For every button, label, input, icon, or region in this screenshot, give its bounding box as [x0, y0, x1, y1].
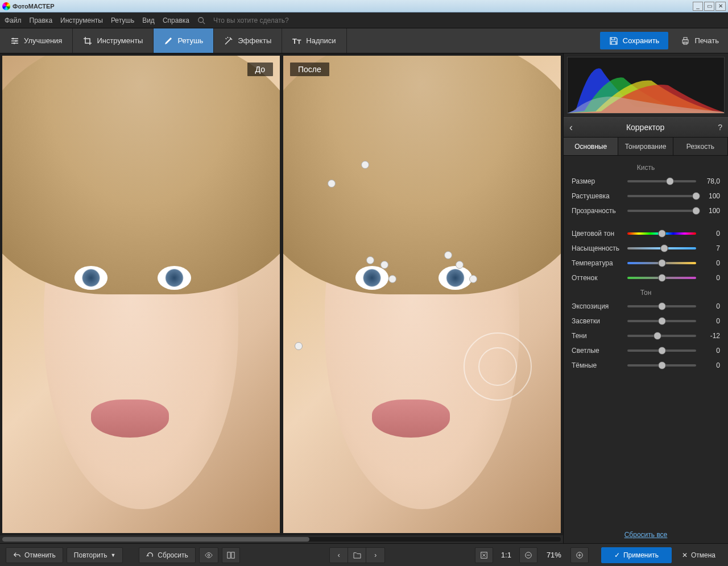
panel-header: ‹ Корректор ?: [564, 117, 728, 138]
tab-retouch[interactable]: Ретушь: [154, 28, 214, 53]
menu-search-input[interactable]: [213, 16, 316, 24]
tab-label: Надписи: [306, 36, 336, 45]
group-title-brush: Кисть: [572, 164, 720, 172]
tab-tools[interactable]: Инструменты: [73, 28, 154, 53]
before-pane[interactable]: До: [2, 56, 280, 533]
menu-retouch[interactable]: Ретушь: [111, 16, 134, 24]
group-title-tone: Тон: [572, 289, 720, 297]
save-icon: [609, 36, 618, 45]
svg-line-1: [203, 22, 205, 24]
compare-toggle-button[interactable]: [222, 547, 240, 563]
tab-effects[interactable]: Эффекты: [214, 28, 282, 53]
subtab-basic[interactable]: Основные: [564, 138, 618, 155]
menu-view[interactable]: Вид: [142, 16, 155, 24]
window-titlebar: ФотоМАСТЕР _ ▭ ✕: [0, 0, 728, 13]
apply-button[interactable]: ✓ Применить: [601, 547, 672, 563]
slider-track[interactable]: [627, 247, 696, 249]
cancel-button[interactable]: ✕ Отмена: [675, 547, 722, 563]
correction-marker[interactable]: [295, 342, 303, 350]
preview-toggle-button[interactable]: [199, 547, 218, 563]
histogram[interactable]: [567, 57, 725, 114]
slider-track[interactable]: [627, 195, 696, 197]
window-close-button[interactable]: ✕: [715, 2, 726, 11]
slider-shadows: Тени-12: [572, 332, 720, 340]
split-icon: [227, 551, 235, 559]
slider-track[interactable]: [627, 335, 696, 337]
tab-label: Эффекты: [238, 36, 271, 45]
check-icon: ✓: [614, 551, 620, 559]
main-toolbar: Улучшения Инструменты Ретушь Эффекты Tᴛ …: [0, 28, 728, 53]
chevron-down-icon: ▼: [110, 552, 115, 558]
panel-subtabs: Основные Тонирование Резкость: [564, 138, 728, 156]
slider-track[interactable]: [627, 305, 696, 307]
slider-track[interactable]: [627, 364, 696, 367]
svg-point-2: [13, 38, 14, 39]
reset-all-link[interactable]: Сбросить все: [624, 531, 668, 539]
panel-help-button[interactable]: ?: [718, 123, 722, 132]
before-label: До: [247, 63, 273, 76]
slider-track[interactable]: [627, 210, 696, 212]
slider-tint: Оттенок0: [572, 274, 720, 282]
slider-size: Размер78,0: [572, 177, 720, 185]
print-button[interactable]: Печать: [672, 28, 728, 53]
slider-whites: Светлые0: [572, 347, 720, 355]
slider-track[interactable]: [627, 277, 696, 279]
text-icon: Tᴛ: [292, 36, 301, 45]
save-label: Сохранить: [623, 36, 660, 45]
menu-edit[interactable]: Правка: [30, 16, 53, 24]
reset-button[interactable]: Сбросить: [139, 547, 195, 563]
slider-feather: Растушевка100: [572, 192, 720, 200]
slider-track[interactable]: [627, 349, 696, 352]
fit-screen-button[interactable]: [475, 547, 493, 563]
bottom-bar: Отменить Повторить ▼ Сбросить ‹ › 1:1 71…: [0, 543, 728, 566]
tab-label: Инструменты: [97, 36, 143, 45]
tab-enhancements[interactable]: Улучшения: [0, 28, 73, 53]
panel-title: Корректор: [573, 123, 718, 132]
prev-image-button[interactable]: ‹: [330, 548, 348, 563]
correction-marker[interactable]: [380, 261, 388, 269]
menu-tools[interactable]: Инструменты: [60, 16, 103, 24]
zoom-out-button[interactable]: [519, 547, 537, 563]
window-maximize-button[interactable]: ▭: [704, 2, 714, 11]
tab-text[interactable]: Tᴛ Надписи: [282, 28, 346, 53]
correction-marker[interactable]: [456, 261, 464, 269]
open-folder-button[interactable]: [348, 548, 366, 563]
slider-hue: Цветовой тон0: [572, 230, 720, 238]
next-image-button[interactable]: ›: [366, 548, 384, 563]
slider-track[interactable]: [627, 180, 696, 182]
slider-saturation: Насыщенность7: [572, 244, 720, 252]
slider-blacks: Тёмные0: [572, 361, 720, 369]
slider-exposure: Экспозиция0: [572, 302, 720, 310]
sliders-panel: Кисть Размер78,0 Растушевка100 Прозрачно…: [564, 156, 728, 526]
tab-label: Улучшения: [24, 36, 62, 45]
after-pane[interactable]: После: [283, 56, 561, 533]
eye-icon: [204, 551, 213, 559]
menu-help[interactable]: Справка: [163, 16, 189, 24]
slider-track[interactable]: [627, 232, 696, 235]
svg-text:Tᴛ: Tᴛ: [292, 37, 301, 45]
brush-icon: [164, 36, 173, 45]
print-label: Печать: [694, 36, 719, 45]
refresh-icon: [146, 551, 154, 559]
subtab-sharpness[interactable]: Резкость: [673, 138, 728, 155]
print-icon: [681, 36, 690, 45]
folder-icon: [353, 552, 361, 559]
horizontal-scrollbar[interactable]: [0, 535, 563, 543]
save-button[interactable]: Сохранить: [600, 32, 669, 49]
subtab-toning[interactable]: Тонирование: [618, 138, 673, 155]
zoom-ratio-button[interactable]: 1:1: [497, 551, 516, 559]
slider-track[interactable]: [627, 320, 696, 322]
slider-track[interactable]: [627, 262, 696, 264]
zoom-in-button[interactable]: [570, 547, 589, 563]
correction-marker[interactable]: [361, 161, 369, 169]
window-title: ФотоМАСТЕР: [13, 3, 692, 10]
svg-rect-11: [231, 552, 234, 558]
menu-file[interactable]: Файл: [5, 16, 22, 24]
window-minimize-button[interactable]: _: [693, 2, 703, 11]
app-logo-icon: [2, 2, 10, 10]
right-sidebar: ‹ Корректор ? Основные Тонирование Резко…: [563, 53, 728, 543]
zoom-value: 71%: [541, 551, 567, 559]
svg-point-3: [15, 40, 17, 41]
undo-button[interactable]: Отменить: [6, 547, 63, 563]
redo-button[interactable]: Повторить ▼: [67, 547, 123, 563]
